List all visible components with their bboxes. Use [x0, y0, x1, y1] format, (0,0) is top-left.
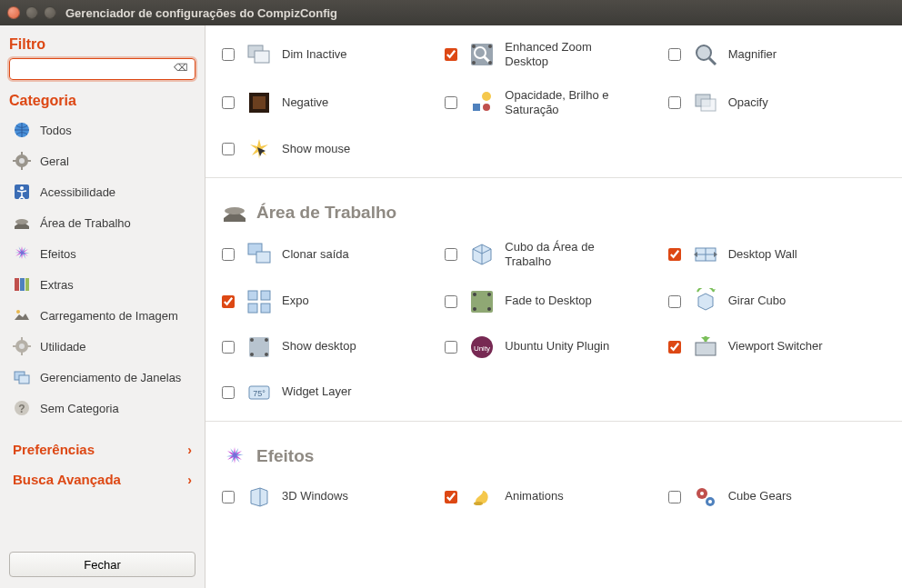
plugin-label: Negative [282, 95, 328, 110]
svg-point-53 [473, 293, 476, 296]
preferences-link[interactable]: Preferências › [9, 434, 195, 464]
plugin-item[interactable]: Viewport Switcher [668, 334, 886, 361]
plugin-item[interactable]: Unity Ubuntu Unity Plugin [445, 334, 662, 361]
clone-icon [246, 241, 273, 268]
svg-point-33 [697, 45, 711, 60]
svg-rect-19 [27, 345, 31, 347]
plugin-label: Show mouse [282, 142, 350, 156]
rotate-cube-icon [692, 288, 719, 315]
svg-rect-18 [13, 345, 16, 347]
plugin-item[interactable]: Show mouse [222, 135, 439, 163]
sidebar-item-acessibilidade[interactable]: Acessibilidade [9, 176, 195, 207]
plugin-label: 3D Windows [282, 489, 348, 503]
dim-icon [246, 41, 273, 68]
plugin-checkbox[interactable] [445, 248, 457, 261]
show-desktop-icon [246, 334, 273, 361]
plugin-checkbox[interactable] [668, 248, 681, 261]
plugin-label: Widget Layer [282, 384, 352, 399]
sidebar-item-sem-categoria[interactable]: ? Sem Categoria [9, 393, 195, 424]
cube-icon [468, 241, 496, 268]
plugin-item[interactable]: Opacify [668, 88, 886, 118]
close-button[interactable]: Fechar [9, 552, 195, 577]
sidebar-item-carregamento-de-imagem[interactable]: Carregamento de Imagem [9, 300, 195, 331]
svg-point-42 [225, 207, 245, 214]
svg-rect-50 [248, 304, 257, 313]
plugin-checkbox[interactable] [222, 143, 235, 155]
plugin-checkbox[interactable] [445, 96, 457, 109]
plugin-item[interactable]: Girar Cubo [668, 288, 886, 315]
plugin-item[interactable]: Negative [222, 88, 439, 118]
plugin-checkbox[interactable] [222, 386, 235, 399]
svg-rect-4 [21, 166, 23, 170]
plugin-item[interactable]: Enhanced Zoom Desktop [445, 40, 662, 70]
obs-icon [468, 89, 496, 116]
sidebar-item-geral[interactable]: Geral [9, 145, 195, 176]
filter-input[interactable] [9, 58, 195, 80]
svg-line-34 [709, 58, 716, 65]
plugin-checkbox[interactable] [222, 295, 235, 308]
sidebar-item-label: Acessibilidade [40, 185, 115, 199]
plugin-checkbox[interactable] [668, 491, 681, 503]
plugin-item[interactable]: Cubo da Área de Trabalho [445, 240, 662, 270]
plugin-item[interactable]: Dim Inactive [222, 40, 439, 70]
svg-rect-12 [25, 278, 29, 291]
sidebar-item-efeitos[interactable]: Efeitos [9, 238, 195, 269]
plugin-checkbox[interactable] [222, 491, 235, 503]
plugin-checkbox[interactable] [668, 295, 681, 308]
plugin-label: Animations [505, 489, 563, 503]
plugin-label: Dim Inactive [282, 47, 347, 62]
plugin-checkbox[interactable] [445, 341, 457, 354]
plugin-item[interactable]: Opacidade, Brilho e Saturação [445, 88, 662, 118]
svg-rect-64 [696, 343, 716, 355]
plugin-checkbox[interactable] [668, 341, 681, 354]
svg-rect-11 [20, 278, 25, 291]
plugin-checkbox[interactable] [222, 96, 235, 109]
plugin-checkbox[interactable] [445, 491, 457, 503]
plugin-checkbox[interactable] [445, 48, 457, 61]
sidebar-item-gerenciamento-de-janelas[interactable]: Gerenciamento de Janelas [9, 362, 195, 393]
show-mouse-icon [246, 135, 273, 163]
window-minimize-button[interactable] [25, 6, 38, 19]
plugin-checkbox[interactable] [222, 248, 235, 261]
window-close-button[interactable] [7, 6, 20, 19]
plugin-item[interactable]: 75° Widget Layer [222, 379, 439, 406]
plugin-item[interactable]: Animations [445, 483, 662, 511]
plugin-label: Magnifier [728, 47, 777, 62]
window-title: Gerenciador de configurações do CompizCo… [65, 6, 337, 20]
sidebar-item-extras[interactable]: Extras [9, 269, 195, 300]
plugin-checkbox[interactable] [668, 48, 681, 61]
svg-rect-38 [473, 104, 480, 111]
plugin-item[interactable]: Fade to Desktop [445, 288, 662, 315]
plugin-item[interactable]: 3D Windows [222, 483, 439, 511]
sidebar-item-label: Extras [40, 278, 74, 292]
plugin-checkbox[interactable] [222, 341, 235, 354]
sidebar-item-todos[interactable]: Todos [9, 115, 195, 145]
svg-rect-25 [255, 51, 269, 63]
zoom-desktop-icon [468, 41, 496, 68]
svg-point-71 [700, 492, 704, 495]
opacify-icon [692, 89, 719, 116]
svg-point-13 [16, 310, 20, 314]
plugin-item[interactable]: Cube Gears [668, 483, 886, 511]
svg-point-54 [487, 293, 491, 296]
plugin-item[interactable]: Desktop Wall [668, 240, 886, 270]
svg-point-8 [20, 186, 24, 190]
svg-point-2 [19, 158, 25, 164]
effects-icon [13, 244, 31, 263]
window-maximize-button[interactable] [44, 6, 56, 19]
plugin-item[interactable]: Show desktop [222, 334, 439, 361]
plugin-checkbox[interactable] [445, 295, 457, 308]
plugin-item[interactable]: Clonar saída [222, 240, 439, 270]
advanced-search-link[interactable]: Busca Avançada › [9, 464, 195, 494]
plugin-checkbox[interactable] [222, 48, 235, 61]
plugin-checkbox[interactable] [668, 96, 681, 109]
plugin-label: Fade to Desktop [505, 294, 591, 308]
plugin-item[interactable]: Magnifier [668, 40, 886, 70]
plugin-item[interactable]: Expo [222, 288, 439, 315]
svg-point-29 [472, 45, 476, 48]
main-content[interactable]: Dim Inactive Enhanced Zoom Desktop Magni… [205, 25, 902, 588]
plugin-label: Opacidade, Brilho e Saturação [505, 88, 632, 118]
sidebar-item-utilidade[interactable]: Utilidade [9, 331, 195, 362]
clear-filter-icon[interactable]: ⌫ [174, 62, 188, 74]
sidebar-item-area-de-trabalho[interactable]: Área de Trabalho [9, 207, 195, 238]
